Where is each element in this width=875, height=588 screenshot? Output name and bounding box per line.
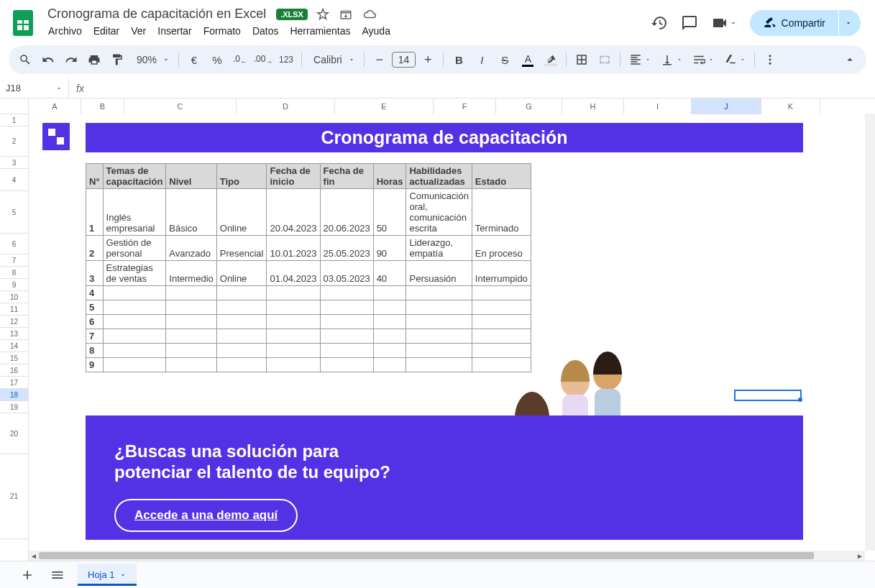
table-cell[interactable] — [373, 344, 406, 358]
star-icon[interactable] — [316, 8, 329, 21]
text-color-icon[interactable]: A — [517, 49, 539, 70]
currency-icon[interactable]: € — [183, 49, 205, 70]
table-cell[interactable]: 20.06.2023 — [320, 189, 373, 236]
table-cell[interactable] — [320, 358, 373, 372]
borders-icon[interactable] — [571, 49, 592, 70]
table-cell[interactable] — [320, 286, 373, 300]
col-header-K[interactable]: K — [761, 98, 820, 114]
col-header-B[interactable]: B — [81, 98, 124, 114]
share-button[interactable]: Compartir — [750, 10, 838, 36]
row-header-6[interactable]: 6 — [0, 234, 28, 254]
table-cell[interactable] — [103, 344, 166, 358]
table-cell[interactable] — [166, 358, 216, 372]
table-cell[interactable]: Liderazgo, empatía — [406, 236, 472, 261]
table-row[interactable]: 3Estrategias de ventasIntermedioOnline01… — [86, 261, 531, 286]
table-cell[interactable] — [406, 344, 472, 358]
col-header-G[interactable]: G — [496, 98, 562, 114]
more-icon[interactable] — [759, 49, 781, 70]
table-cell[interactable] — [472, 300, 531, 315]
row-header-2[interactable]: 2 — [0, 127, 28, 157]
col-header-F[interactable]: F — [434, 98, 496, 114]
formula-input[interactable] — [91, 78, 875, 98]
cloud-icon[interactable] — [362, 8, 377, 21]
history-icon[interactable] — [651, 14, 668, 32]
table-cell[interactable] — [216, 286, 267, 300]
col-header-J[interactable]: J — [692, 98, 761, 114]
table-cell[interactable]: 25.05.2023 — [320, 236, 373, 261]
row-header-12[interactable]: 12 — [0, 316, 28, 328]
menu-ver[interactable]: Ver — [126, 22, 151, 40]
col-header-A[interactable]: A — [29, 98, 81, 114]
table-cell[interactable] — [373, 329, 406, 344]
table-cell[interactable]: Avanzado — [166, 236, 216, 261]
menu-datos[interactable]: Datos — [247, 22, 284, 40]
table-row[interactable]: 7 — [86, 329, 531, 344]
search-icon[interactable] — [14, 49, 36, 70]
table-cell[interactable]: Interrumpido — [472, 261, 531, 286]
bold-icon[interactable]: B — [448, 49, 469, 70]
table-cell[interactable]: Estrategias de ventas — [103, 261, 166, 286]
name-box[interactable]: J18 — [0, 78, 69, 98]
table-cell[interactable] — [406, 358, 472, 372]
row-header-21[interactable]: 21 — [0, 454, 28, 539]
collapse-toolbar-icon[interactable] — [839, 49, 861, 70]
table-cell[interactable] — [267, 315, 320, 329]
menu-ayuda[interactable]: Ayuda — [357, 22, 395, 40]
comment-icon[interactable] — [681, 14, 698, 32]
table-row[interactable]: 6 — [86, 315, 531, 329]
table-row[interactable]: 8 — [86, 344, 531, 358]
table-cell[interactable] — [406, 300, 472, 315]
col-header-H[interactable]: H — [562, 98, 624, 114]
table-cell[interactable]: Gestión de personal — [103, 236, 166, 261]
table-cell[interactable] — [267, 344, 320, 358]
table-cell[interactable] — [373, 300, 406, 315]
table-cell[interactable] — [320, 300, 373, 315]
row-header-20[interactable]: 20 — [0, 413, 28, 454]
table-cell[interactable] — [216, 315, 267, 329]
row-header-11[interactable]: 11 — [0, 303, 28, 316]
table-cell[interactable] — [166, 300, 216, 315]
table-cell[interactable] — [406, 329, 472, 344]
table-cell[interactable]: Comunicación oral, comunicación escrita — [406, 189, 472, 236]
redo-icon[interactable] — [60, 49, 82, 70]
table-cell[interactable] — [472, 315, 531, 329]
menu-formato[interactable]: Formato — [198, 22, 246, 40]
table-cell[interactable]: Inglés empresarial — [103, 189, 166, 236]
table-cell[interactable] — [166, 315, 216, 329]
row-header-14[interactable]: 14 — [0, 340, 28, 352]
row-header-9[interactable]: 9 — [0, 279, 28, 291]
table-cell[interactable] — [320, 315, 373, 329]
table-cell[interactable]: 20.04.2023 — [267, 189, 320, 236]
percent-icon[interactable]: % — [206, 49, 228, 70]
row-header-7[interactable]: 7 — [0, 254, 28, 267]
row-header-5[interactable]: 5 — [0, 191, 28, 234]
rotate-dropdown[interactable] — [720, 53, 750, 66]
wrap-dropdown[interactable] — [688, 53, 718, 66]
increase-font-icon[interactable]: + — [417, 49, 439, 70]
row-header-10[interactable]: 10 — [0, 291, 28, 303]
col-header-I[interactable]: I — [624, 98, 692, 114]
halign-dropdown[interactable] — [625, 53, 655, 66]
menu-herramientas[interactable]: Herramientas — [285, 22, 355, 40]
horizontal-scrollbar[interactable]: ◄ ► — [29, 551, 865, 561]
col-header-D[interactable]: D — [237, 98, 335, 114]
table-cell[interactable]: 40 — [373, 261, 406, 286]
print-icon[interactable] — [83, 49, 105, 70]
row-header-4[interactable]: 4 — [0, 169, 28, 191]
table-row[interactable]: 9 — [86, 358, 531, 372]
table-cell[interactable]: Terminado — [472, 189, 531, 236]
table-cell[interactable] — [216, 329, 267, 344]
selected-cell[interactable] — [734, 390, 802, 401]
more-formats-icon[interactable]: 123 — [275, 49, 297, 70]
font-dropdown[interactable]: Calibri — [306, 54, 359, 65]
table-row[interactable]: 1Inglés empresarialBásicoOnline20.04.202… — [86, 189, 531, 236]
row-header-1[interactable]: 1 — [0, 114, 28, 127]
all-sheets-icon[interactable] — [47, 565, 68, 585]
table-cell[interactable] — [166, 344, 216, 358]
table-cell[interactable]: 7 — [86, 329, 104, 344]
table-cell[interactable] — [103, 300, 166, 315]
table-cell[interactable] — [267, 286, 320, 300]
row-header-13[interactable]: 13 — [0, 328, 28, 340]
table-cell[interactable]: 9 — [86, 358, 104, 372]
menu-insertar[interactable]: Insertar — [152, 22, 196, 40]
